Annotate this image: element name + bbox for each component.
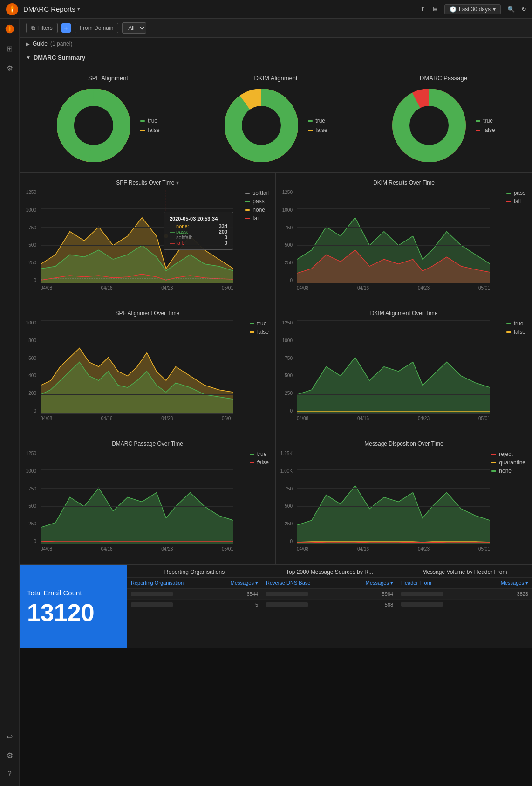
dmarc-passage-chart: DMARC Passage true fal [374, 75, 513, 163]
spf-alignment-chart: SPF Alignment true [38, 75, 178, 163]
app-title[interactable]: DMARC Reports ▾ [23, 5, 80, 13]
clock-icon: 🕐 [450, 6, 457, 13]
tooltip-pass-row: — pass: 200 [170, 229, 227, 234]
filter-icon: ⧉ [31, 25, 35, 31]
message-volume-col2[interactable]: Messages ▾ [501, 580, 528, 586]
reporting-orgs-col1[interactable]: Reporting Organisation [131, 580, 184, 586]
sidebar-icon-flame[interactable] [4, 23, 15, 34]
chart-dropdown-icon[interactable]: ▾ [176, 179, 179, 186]
dmarc-passage-title: DMARC Passage [420, 75, 467, 82]
legend-item-true: true [140, 117, 159, 124]
grid-line [297, 451, 490, 451]
spf-aot-legend-false: false [250, 329, 269, 335]
spf-alignment-wrap: true false [56, 88, 159, 163]
dmarc-dot-false [476, 130, 480, 131]
message-disposition-svg [297, 451, 490, 544]
svg-marker-21 [297, 358, 490, 413]
table-row [397, 600, 532, 609]
blurred-source [266, 592, 308, 596]
grid-line [297, 488, 490, 489]
guide-chevron[interactable]: ▶ [26, 41, 30, 47]
dkim-alignment-legend: true false [308, 117, 327, 133]
charts-grid: SPF Results Over Time ▾ 1250 1000 750 50… [20, 172, 532, 565]
filters-button[interactable]: ⧉ Filters [26, 23, 58, 33]
blurred-source [266, 602, 308, 607]
total-email-label: Total Email Count [27, 589, 82, 597]
dkim-dot-false [308, 130, 313, 131]
spf-alignment-ot-xlabels: 04/08 04/16 04/23 05/01 [41, 414, 233, 423]
spf-alignment-ot-panel: SPF Alignment Over Time 1000 800 600 400… [20, 303, 276, 434]
spf-alignment-svg [56, 88, 131, 163]
grid-line [297, 469, 490, 470]
sidebar-icon-gear[interactable]: ⚙ [4, 62, 15, 74]
dkim-aot-legend-false: false [506, 329, 525, 335]
dmarc-passage-legend-false: false [476, 127, 495, 133]
msg-vol-sort-icon: ▾ [525, 580, 528, 586]
blurred-org [131, 602, 173, 607]
message-disposition-legend: reject quarantine none [491, 451, 525, 474]
spf-tooltip: 2020-05-03 20:53:34 — none: 334 — pass: … [164, 212, 233, 250]
dmarc-passage-svg [392, 88, 466, 163]
dmarc-passage-legend-true: true [476, 117, 495, 124]
grid-line [41, 488, 233, 489]
sidebar: ⊞ ⚙ ↩ ⚙ ? [0, 19, 20, 786]
disposition-legend-reject: reject [491, 451, 525, 457]
all-select[interactable]: All [122, 22, 146, 34]
disposition-legend-none: none [491, 468, 525, 474]
reporting-orgs-panel: Reporting Organisations Reporting Organi… [127, 565, 262, 648]
from-domain-button[interactable]: From Domain [75, 23, 119, 33]
message-disposition-title: Message Disposition Over Time [280, 441, 527, 447]
sidebar-icon-grid[interactable]: ⊞ [4, 43, 15, 54]
blurred-org [131, 592, 173, 596]
spf-alignment-ot-title: SPF Alignment Over Time [24, 310, 271, 317]
dkim-results-svg [297, 190, 490, 283]
sidebar-icon-login[interactable]: ↩ [4, 731, 15, 742]
legend-dot-false [140, 130, 145, 131]
share-icon[interactable]: ⬆ [420, 6, 425, 13]
grid-line [41, 320, 233, 321]
grid-line [297, 339, 490, 339]
reporting-orgs-col2[interactable]: Messages ▾ [231, 580, 258, 586]
legend-softfail: softfail [245, 190, 269, 196]
grid-line [297, 506, 490, 507]
msg-src-sort-icon: ▾ [390, 580, 393, 586]
grid-line [297, 525, 490, 525]
blurred-header [401, 592, 443, 596]
spf-alignment-ot-ylabels: 1000 800 600 400 200 0 [24, 320, 38, 414]
spf-results-x-labels: 04/08 04/16 04/23 05/01 [41, 283, 233, 292]
spf-alignment-ot-svg [41, 320, 233, 413]
top-bar: DMARC Reports ▾ ⬆ 🖥 🕐 Last 30 days ▾ 🔍 ↻ [0, 0, 532, 19]
time-range-button[interactable]: 🕐 Last 30 days ▾ [444, 4, 501, 14]
search-icon[interactable]: 🔍 [507, 6, 515, 13]
dmarc-pot-legend-true: true [250, 451, 269, 457]
legend-fail: fail [245, 215, 269, 221]
dmarc-passage-ot-panel: DMARC Passage Over Time 1250 1000 750 50… [20, 434, 276, 565]
dmarc-passage-legend: true false [476, 117, 495, 133]
spf-results-chart-area: 2020-05-03 20:53:34 — none: 334 — pass: … [41, 190, 233, 283]
grid-line [297, 245, 490, 246]
grid-line [41, 208, 233, 209]
message-disposition-panel: Message Disposition Over Time 1.25K 1.00… [276, 434, 532, 565]
refresh-icon[interactable]: ↻ [521, 6, 526, 13]
title-chevron: ▾ [77, 6, 80, 12]
message-sources-col2[interactable]: Messages ▾ [366, 580, 393, 586]
message-volume-col1[interactable]: Header From [401, 580, 431, 586]
dmarc-summary-header: ▼ DMARC Summary [20, 50, 532, 65]
reporting-orgs-header: Reporting Organisation Messages ▾ [127, 578, 262, 589]
grid-line [41, 190, 233, 190]
add-filter-button[interactable]: + [61, 23, 71, 33]
grid-line [297, 376, 490, 376]
dkim-alignment-title: DKIM Alignment [254, 75, 297, 82]
display-icon[interactable]: 🖥 [432, 6, 438, 13]
sidebar-icon-settings[interactable]: ⚙ [4, 750, 15, 761]
grid-line [41, 394, 233, 395]
table-row: 3823 [397, 589, 532, 600]
dkim-alignment-ot-xlabels: 04/08 04/16 04/23 05/01 [297, 414, 490, 423]
sidebar-icon-help[interactable]: ? [4, 768, 15, 779]
dkim-legend-true: true [308, 117, 327, 124]
grid-line [297, 320, 490, 321]
section-title: DMARC Summary [34, 54, 85, 61]
dmarc-passage-ot-xlabels: 04/08 04/16 04/23 05/01 [41, 544, 233, 553]
message-sources-col1[interactable]: Reverse DNS Base [266, 580, 310, 586]
filter-bar: ⧉ Filters + From Domain All [20, 19, 532, 38]
